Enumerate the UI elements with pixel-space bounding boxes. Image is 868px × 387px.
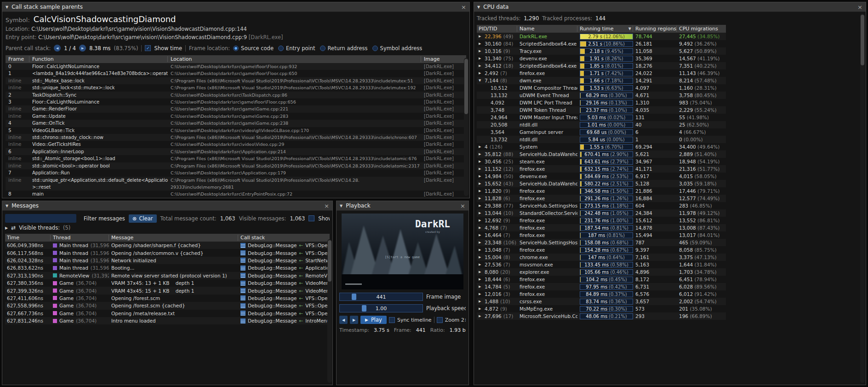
cpu-row[interactable]: ▼7,144(8) dwm.exe 1.66 s(7.18%) 14,291 8… [477, 77, 726, 84]
sync-timeline-label[interactable]: Sync timeline [397, 317, 432, 323]
expand-arrow-icon[interactable]: ▶ [479, 285, 483, 289]
expand-arrow-icon[interactable]: ▶ [479, 35, 483, 38]
shuffle-icon[interactable]: ⇄ [11, 225, 16, 231]
expand-arrow-icon[interactable]: ▶ [479, 152, 483, 156]
column-header-running-regions[interactable]: Running regions [635, 26, 677, 32]
message-row[interactable]: 627,831,246ns Game(36,704) Intro menu lo… [5, 317, 330, 324]
cpu-row[interactable]: ▶12,692(9) firefox.exe 231.76 ms(1.00%) … [477, 217, 726, 224]
expand-arrow-icon[interactable]: ▶ [479, 167, 483, 171]
radio-label[interactable]: Entry point [286, 45, 315, 52]
expand-arrow-icon[interactable]: ▶ [479, 189, 483, 193]
cpu-row[interactable]: ▶8,080(20) explorer.exe 105.66 ms(0.46%)… [477, 268, 726, 276]
cpu-row[interactable]: 13,132 uDWM Event Thread 68.29 ms(0.30%)… [477, 92, 726, 99]
collapse-arrow-icon[interactable]: ▼ [6, 5, 8, 9]
zoom-2x-checkbox[interactable] [437, 317, 443, 323]
expand-arrow-icon[interactable]: ▶ [479, 182, 483, 185]
next-sample-button[interactable]: ▶ [79, 45, 86, 52]
expand-arrow-icon[interactable]: ▶ [479, 211, 483, 215]
message-callstack[interactable]: DebugLog::Message←VFS::Open [240, 295, 328, 301]
cpu-row[interactable]: ▶11,820(9) firefox.exe 346.58 ms(1.50%) … [477, 187, 726, 195]
message-callstack[interactable]: DebugLog::Message←VFS::Open [240, 243, 328, 248]
cpu-row[interactable]: ▶23,348(106) ServiceHub.SettingsHost.exe… [477, 239, 726, 246]
cpu-row[interactable]: ▶18,444(6) firefox.exe 104.2 ms(0.45%) 8… [477, 276, 726, 283]
callstack-row[interactable]: inline std::atomic<bool>::operator bool … [6, 162, 466, 169]
callstack-row[interactable]: 1 <lambda_84a19dc444fae966ca174e83e708bd… [6, 70, 466, 77]
radio-icon[interactable] [372, 46, 378, 51]
callstack-row[interactable]: 4 Game::OnTick C:\Users\wolf\Desktop\dar… [6, 120, 466, 127]
playback-titlebar[interactable]: ▼ Playback × [337, 201, 468, 211]
scrollbar-thumb[interactable] [464, 59, 468, 114]
expand-arrow-icon[interactable]: ▶ [479, 57, 483, 60]
column-header-name[interactable]: Name [520, 26, 577, 32]
cpu-row[interactable]: ▶10,316(9) Tracy.exe 2.18 s(9.45%) 11,05… [477, 47, 726, 55]
cpu-row[interactable]: ▶34,412(18) ScriptedSandbox64.exe 1.85 s… [477, 62, 726, 69]
callstack-row[interactable]: inline std::unique_ptr<Application,std::… [6, 177, 466, 191]
collapse-arrow-icon[interactable]: ▼ [340, 204, 343, 208]
message-callstack[interactable]: DebugLog::Message←VFS::Open [240, 303, 328, 308]
callstack-row[interactable]: 7 Application::Run C:\Users\wolf\Desktop… [6, 169, 466, 176]
cpu-row[interactable]: ▶13,044(10) StandardCollector.Service.ex… [477, 209, 726, 217]
cpu-row[interactable]: ▶22,396(49) DarkRL.exe 2.79 s(12.06%) 78… [477, 33, 726, 40]
cpu-row[interactable]: 3,564 GameInput server 69.68 us(0.00%) 6… [477, 128, 726, 136]
expand-arrow-icon[interactable]: ▶ [479, 71, 483, 75]
callstack-row[interactable]: inline std::unique_lock<std::mutex>::loc… [6, 84, 466, 91]
callstack-row[interactable]: 8 main C:\Users\wolf\Desktop\darkrl\src\… [6, 191, 466, 197]
message-row[interactable]: 626,833,622ns Main thread(31,596) Bootin… [5, 264, 330, 271]
expand-arrow-icon[interactable]: ▶ [479, 145, 483, 149]
cpu-row[interactable]: ▶14,784(5) firefox.exe 97.95 ms(0.42%) 6… [477, 283, 726, 290]
frame-location-radio-option[interactable]: Entry point [278, 45, 315, 52]
callstack-row[interactable]: inline std::_Mutex_base::lock C:\Program… [6, 77, 466, 84]
message-callstack[interactable]: DebugLog::Message←Application: [240, 265, 328, 271]
filter-input[interactable] [5, 214, 76, 223]
collapse-arrow-icon[interactable]: ▼ [6, 204, 8, 208]
cpu-row[interactable]: ▶16,464(7) firefox.exe 187 ms(0.81%) 15,… [477, 231, 726, 239]
expand-arrow-icon[interactable]: ▶ [479, 248, 483, 252]
message-row[interactable]: 627,380,356ns Game(36,704) VRAM 37x45: 1… [5, 279, 330, 287]
cpu-row[interactable]: ▶12,016(3) firefox.exe 84.89 ms(0.37%) 6… [477, 290, 726, 298]
show-frame-checkbox[interactable] [308, 215, 314, 221]
cpu-row[interactable]: ▶15,652(43) ServiceHub.DataWarehouseHost… [477, 180, 726, 187]
message-row[interactable]: 627,411,606ns Game(36,704) Opening /fore… [5, 295, 330, 302]
message-callstack[interactable]: DebugLog::Message←VFS::Open [240, 311, 328, 316]
frame-image-slider[interactable]: 441 [339, 293, 423, 301]
cpu-row[interactable]: ▶1,488(10) csrss.exe 83.74 ms(0.36%) 3,6… [477, 298, 726, 305]
message-row[interactable]: 627,558,996ns Game(36,704) Opening /fore… [5, 302, 330, 309]
cpu-titlebar[interactable]: ▼ CPU data × [474, 2, 866, 12]
callstack-row[interactable]: 0 Floor::CalcLightNoLuminance C:\Users\w… [6, 63, 466, 70]
frame-location-radio-option[interactable]: Return address [320, 45, 368, 52]
callstack-row[interactable]: 6 Application::InnerLoop C:\Users\wolf\D… [6, 148, 466, 155]
cpu-row[interactable]: ▶4,768(7) firefox.exe 187.54 ms(0.81%) 1… [477, 224, 726, 231]
sort-desc-icon[interactable]: ▼ [628, 26, 631, 32]
expand-arrow-icon[interactable]: ▶ [479, 196, 483, 200]
radio-icon[interactable] [278, 46, 284, 51]
expand-arrow-icon[interactable]: ▶ [479, 270, 483, 274]
close-icon[interactable]: × [324, 203, 329, 209]
cpu-row[interactable]: ▶4(126) System 1.55 s(6.70%) 69,294 34,4… [477, 143, 726, 150]
cpu-row[interactable]: ▶4,872(9) MsMpEng.exe 70.22 ms(0.30%) 57… [477, 305, 726, 312]
next-frame-button[interactable]: ▶ [350, 316, 358, 324]
callstack-row[interactable]: 3 Floor::CalcLightNoLuminance C:\Users\w… [6, 98, 466, 105]
expand-arrow-icon[interactable]: ▶ [479, 174, 483, 178]
callstack-row[interactable]: inline Game::Update C:\Users\wolf\Deskto… [6, 113, 466, 120]
callstack-row[interactable]: inline std::chrono::steady_clock::now C:… [6, 134, 466, 141]
cpu-row[interactable]: ▶13,048(7) firefox.exe 154.28 ms(0.67%) … [477, 246, 726, 254]
tree-collapsed-icon[interactable]: ▶ [5, 226, 8, 230]
message-callstack[interactable]: DebugLog::Message←IntroMenu:: [240, 318, 328, 323]
messages-titlebar[interactable]: ▼ Messages × [2, 201, 332, 211]
cpu-row[interactable]: 20,508 ntdll.dll 1.01 ms(0.00%) 40 25 (6… [477, 121, 726, 128]
expand-arrow-icon[interactable]: ▶ [479, 300, 483, 303]
cpu-row[interactable]: ▶15,004(8) chrome.exe 147 ms(0.64%) 7,16… [477, 254, 726, 261]
column-header-pid[interactable]: PID/TID [479, 26, 517, 32]
callstack-titlebar[interactable]: ▼ Call stack sample parents × [2, 2, 469, 12]
cpu-row[interactable]: ▶30,456(25) steam.exe 643.61 ms(2.79%) 3… [477, 158, 726, 165]
expand-arrow-icon[interactable]: ▶ [479, 204, 483, 208]
cpu-row[interactable]: ▶31,340(75) devenv.exe 1.91 s(8.26%) 35,… [477, 55, 726, 62]
message-row[interactable]: 627,667,736ns Game(36,704) Opening /meta… [5, 310, 330, 317]
radio-icon[interactable] [233, 46, 239, 51]
message-callstack[interactable]: DebugLog::Message←StartNetwo [240, 258, 328, 263]
scrollbar-thumb[interactable] [861, 15, 864, 65]
prev-sample-button[interactable]: ◀ [54, 45, 61, 52]
message-callstack[interactable]: DebugLog::Message←VideoMemo [240, 288, 328, 294]
cpu-row[interactable]: ▶29,388(77) ServiceHub.SettingsHost.exe … [477, 202, 726, 209]
expand-arrow-icon[interactable]: ▶ [479, 160, 483, 163]
